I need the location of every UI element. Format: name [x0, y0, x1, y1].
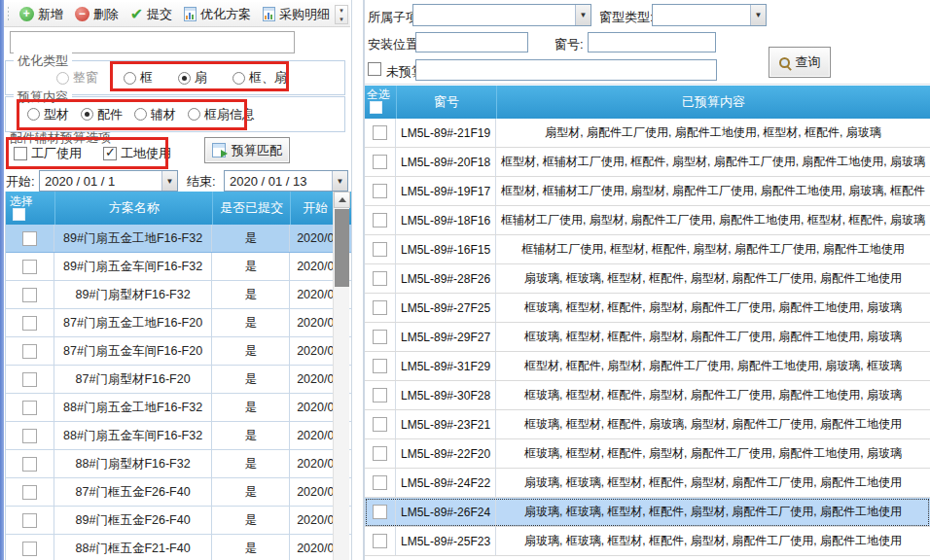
panel-splitter[interactable] [351, 0, 364, 560]
plan-table-row[interactable]: 87#门扇五金工地F16-F20是2020/0 [6, 309, 352, 337]
row-checkbox[interactable] [373, 271, 387, 286]
install-position-input[interactable] [415, 32, 528, 52]
row-checkbox[interactable] [373, 184, 387, 198]
budget-table-row[interactable]: LM5L-89#-22F20框玻璃, 框型材, 框配件, 扇型材, 扇配件工厂使… [365, 439, 930, 469]
budget-table-row[interactable]: LM5L-89#-28F26扇玻璃, 框玻璃, 框型材, 框配件, 扇型材, 扇… [365, 264, 930, 294]
row-checkbox[interactable] [22, 542, 37, 556]
budgeted-content-column-header[interactable]: 已预算内容 [496, 86, 930, 119]
no-budget-checkbox[interactable] [368, 62, 381, 76]
row-checkbox[interactable] [22, 372, 37, 387]
sub-item-combobox[interactable]: ▼ [412, 4, 591, 26]
no-budget-input[interactable] [415, 59, 717, 81]
row-checkbox[interactable] [373, 242, 387, 257]
checkbox-option-工厂使用[interactable]: 工厂使用 [14, 145, 82, 162]
plan-table-row[interactable]: 88#门扇五金工地F16-F32是2020/0 [6, 394, 352, 422]
row-checkbox[interactable] [373, 446, 387, 461]
budget-table-row[interactable]: LM5L-89#-18F16框辅材工厂使用, 扇型材, 扇配件工厂使用, 扇配件… [365, 206, 930, 235]
plan-table-row[interactable]: 87#门框五金F26-F40是2020/0 [6, 478, 352, 507]
plan-table-row[interactable]: 89#门扇五金工地F16-F32是2020/0 [6, 225, 352, 253]
radio-icon[interactable] [81, 108, 93, 121]
submitted-column-header[interactable]: 是否已提交 [212, 192, 290, 225]
row-checkbox[interactable] [22, 513, 37, 528]
radio-option-辅材[interactable]: 辅材 [134, 106, 176, 123]
row-checkbox[interactable] [22, 401, 37, 415]
row-checkbox[interactable] [373, 155, 387, 169]
toolbar-overflow-button[interactable]: ▾▾ [335, 5, 348, 24]
budget-table-row[interactable]: LM5L-89#-27F25框玻璃, 框型材, 框配件, 扇型材, 扇配件工厂使… [365, 294, 930, 323]
row-checkbox[interactable] [22, 429, 37, 443]
row-checkbox[interactable] [373, 213, 387, 228]
window-number-column-header[interactable]: 窗号 [396, 86, 496, 119]
budget-table-row[interactable]: LM5L-89#-19F17框型材, 框辅材工厂使用, 扇型材, 扇配件工厂使用… [365, 177, 930, 206]
row-checkbox[interactable] [373, 125, 387, 140]
row-checkbox[interactable] [373, 359, 387, 373]
plan-name-column-header[interactable]: 方案名称 [54, 192, 213, 225]
budget-table-row[interactable]: LM5L-89#-23F21框玻璃, 框型材, 框配件, 扇玻璃, 扇型材, 扇… [365, 410, 930, 439]
radio-icon[interactable] [232, 72, 245, 85]
plan-table-row[interactable]: 88#门框五金F21-F40是2020/0 [6, 535, 352, 560]
radio-icon[interactable] [124, 72, 136, 85]
window-number-input[interactable] [588, 32, 716, 52]
budget-match-button[interactable]: 预算匹配 [204, 137, 290, 163]
radio-icon[interactable] [188, 108, 200, 121]
row-checkbox[interactable] [373, 534, 387, 548]
row-checkbox[interactable] [373, 388, 387, 402]
row-checkbox[interactable] [22, 288, 37, 302]
radio-option-框[interactable]: 框 [124, 69, 153, 87]
select-all-checkbox[interactable] [370, 101, 382, 114]
budget-table-row[interactable]: LM5L-89#-24F22扇玻璃, 框玻璃, 框型材, 框配件, 扇型材, 扇… [365, 469, 930, 498]
radio-icon[interactable] [178, 72, 191, 85]
row-checkbox[interactable] [373, 330, 387, 344]
row-checkbox[interactable] [22, 485, 37, 500]
radio-option-型材[interactable]: 型材 [27, 106, 69, 123]
budget-table-row[interactable]: LM5L-89#-20F18框型材, 框辅材工厂使用, 框配件, 扇型材, 扇配… [365, 148, 930, 177]
radio-option-框扇信息[interactable]: 框扇信息 [188, 106, 255, 123]
radio-icon[interactable] [27, 108, 40, 121]
checkbox-icon[interactable] [14, 147, 27, 160]
row-checkbox[interactable] [373, 505, 387, 519]
optimize-plan-button[interactable]: 优化方案 [178, 4, 257, 25]
add-button[interactable]: + 新增 [14, 4, 69, 25]
plan-search-input[interactable] [10, 31, 295, 53]
chevron-down-icon[interactable]: ▼ [575, 5, 590, 25]
plan-table-row[interactable]: 89#门扇型材F16-F32是2020/0 [6, 281, 352, 309]
select-all-checkbox[interactable] [13, 208, 25, 221]
budget-table-row[interactable]: LM5L-89#-16F15框辅材工厂使用, 框型材, 框配件, 扇型材, 扇配… [365, 235, 930, 264]
chevron-down-icon[interactable]: ▼ [750, 5, 766, 25]
budget-table-row[interactable]: LM5L-89#-26F24扇玻璃, 框玻璃, 框型材, 框配件, 扇型材, 扇… [365, 498, 930, 527]
scroll-up-button[interactable] [334, 192, 350, 208]
chevron-down-icon[interactable]: ▼ [161, 171, 177, 191]
row-checkbox[interactable] [373, 300, 387, 315]
budget-table-row[interactable]: LM5L-89#-29F27框玻璃, 框型材, 框配件, 扇型材, 扇配件工厂使… [365, 323, 930, 352]
delete-button[interactable]: − 删除 [69, 4, 125, 25]
radio-option-扇[interactable]: 扇 [178, 69, 207, 87]
plan-table-scrollbar[interactable] [333, 192, 349, 560]
plan-table-row[interactable]: 87#门扇型材F16-F20是2020/0 [6, 366, 352, 394]
row-checkbox[interactable] [22, 260, 37, 274]
end-date-picker[interactable]: 2020 / 01 / 13 ▼ [224, 170, 348, 192]
window-type-combobox[interactable]: ▼ [652, 4, 767, 26]
chevron-down-icon[interactable]: ▼ [332, 171, 347, 191]
row-checkbox[interactable] [22, 231, 37, 246]
row-checkbox[interactable] [22, 316, 37, 331]
scrollbar-thumb[interactable] [335, 209, 349, 287]
row-checkbox[interactable] [22, 457, 37, 472]
budget-table-row[interactable]: LM5L-89#-25F23扇玻璃, 框玻璃, 框型材, 框配件, 扇型材, 扇… [365, 527, 930, 556]
budget-table-row[interactable]: LM5L-89#-30F28框玻璃, 框型材, 框配件, 扇型材, 扇配件工厂使… [365, 381, 930, 410]
plan-table-row[interactable]: 87#门扇五金车间F16-F20是2020/0 [6, 337, 352, 366]
row-checkbox[interactable] [373, 475, 387, 490]
plan-table-row[interactable]: 89#门扇五金车间F16-F32是2020/0 [6, 253, 352, 281]
budget-table-row[interactable]: LM5L-89#-21F19扇型材, 扇配件工厂使用, 扇配件工地使用, 框型材… [365, 119, 930, 148]
plan-table-row[interactable]: 89#门框五金F26-F40是2020/0 [6, 507, 352, 535]
start-date-picker[interactable]: 2020 / 01 / 1 ▼ [39, 170, 178, 192]
row-checkbox[interactable] [22, 344, 37, 359]
checkbox-option-工地使用[interactable]: 工地使用 [103, 145, 171, 162]
plan-table-row[interactable]: 88#门扇型材F16-F32是2020/0 [6, 450, 352, 478]
radio-option-框、扇[interactable]: 框、扇 [232, 69, 287, 87]
radio-icon[interactable] [134, 108, 147, 121]
submit-button[interactable]: ✔ 提交 [125, 4, 178, 25]
row-checkbox[interactable] [373, 417, 387, 432]
radio-option-配件[interactable]: 配件 [81, 106, 123, 123]
toolbar-grip[interactable] [8, 7, 9, 22]
budget-table-row[interactable]: LM5L-89#-31F29框型材, 框配件, 扇型材, 扇配件工厂使用, 扇配… [365, 352, 930, 381]
